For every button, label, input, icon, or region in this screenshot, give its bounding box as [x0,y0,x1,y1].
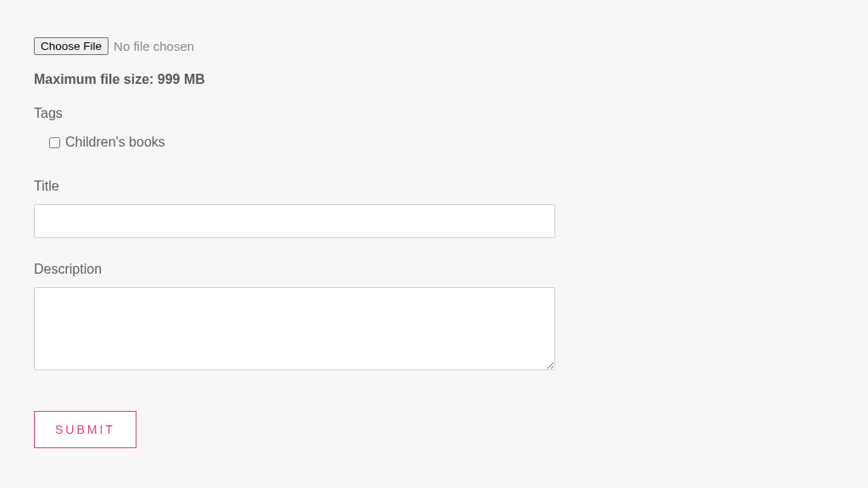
title-input[interactable] [34,204,555,238]
title-field-block: Title [34,179,834,238]
choose-file-button[interactable]: Choose File [34,37,108,55]
file-status-text: No file chosen [114,39,194,53]
file-input-row: Choose File No file chosen [34,37,834,55]
description-input[interactable] [34,287,555,370]
description-field-block: Description [34,262,834,374]
tag-label: Children's books [65,135,165,150]
description-label: Description [34,262,834,277]
tags-heading: Tags [34,106,834,121]
max-file-size-text: Maximum file size: 999 MB [34,72,834,87]
tag-checkbox-childrens-books[interactable] [49,137,60,148]
tag-item: Children's books [34,135,834,150]
title-label: Title [34,179,834,194]
submit-button[interactable]: SUBMIT [34,411,136,448]
